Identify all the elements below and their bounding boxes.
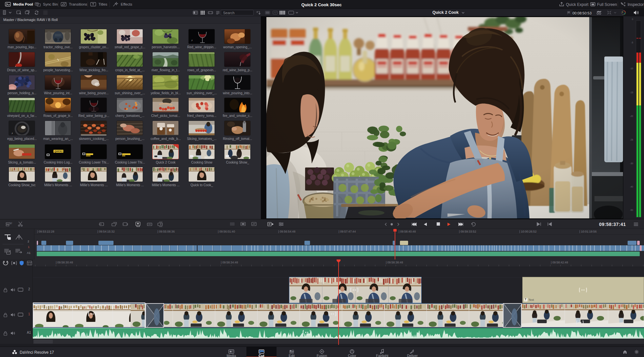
svg-text:2: 2 bbox=[11, 222, 12, 224]
svg-text:♪: ♪ bbox=[11, 132, 13, 135]
svg-text:QUICK2: QUICK2 bbox=[54, 150, 63, 153]
svg-text:♪: ♪ bbox=[191, 39, 193, 42]
